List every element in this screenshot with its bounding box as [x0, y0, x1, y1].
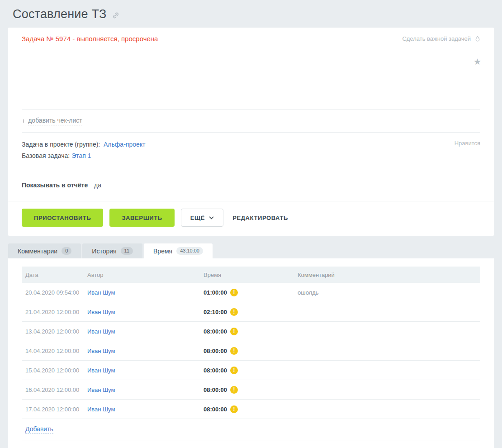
like-button[interactable]: Нравится	[455, 140, 480, 147]
base-task-line: Базовая задача: Этап 1	[22, 150, 480, 162]
warning-icon: !	[230, 367, 238, 374]
table-row: 14.04.2020 12:00:00 Иван Шум 08:00:00 !	[22, 341, 480, 361]
chevron-down-icon	[209, 216, 214, 219]
time-entry-date: 16.04.2020 12:00:00	[22, 386, 87, 393]
time-table-card: Дата Автор Время Комментарий 20.04.2020 …	[8, 258, 494, 448]
make-important-label: Сделать важной задачей	[402, 35, 471, 42]
tab-comments[interactable]: Комментарии 0	[8, 243, 81, 258]
page-title: Составление ТЗ	[13, 7, 106, 21]
time-entry-duration: 08:00:00	[204, 386, 227, 393]
plus-sign: +	[22, 117, 25, 124]
checklist-row: + добавить чек-лист	[8, 110, 494, 132]
column-header-comment: Комментарий	[298, 272, 480, 278]
make-important-button[interactable]: Сделать важной задачей	[402, 35, 481, 43]
task-card: Задача № 5974 - выполняется, просрочена …	[8, 28, 494, 236]
time-entry-author-link[interactable]: Иван Шум	[87, 309, 115, 315]
column-header-author: Автор	[87, 272, 204, 278]
time-entry-duration: 08:00:00	[204, 348, 227, 354]
table-row: 21.04.2020 12:00:00 Иван Шум 02:10:00 !	[22, 302, 480, 322]
time-entry-date: 15.04.2020 12:00:00	[22, 367, 87, 374]
warning-icon: !	[230, 328, 238, 335]
tabs-bar: Комментарии 0 История 11 Время 43:10:00	[8, 243, 494, 258]
tab-time-label: Время	[153, 248, 172, 255]
warning-icon: !	[230, 347, 238, 355]
finish-button[interactable]: ЗАВЕРШИТЬ	[109, 209, 174, 227]
task-status: Задача № 5974 - выполняется, просрочена	[22, 35, 158, 43]
add-time-entry-link[interactable]: Добавить	[25, 425, 53, 434]
tab-history-badge: 11	[121, 247, 133, 255]
time-entry-duration: 08:00:00	[204, 367, 227, 374]
warning-icon: !	[230, 308, 238, 316]
add-time-row: Добавить	[22, 419, 480, 440]
actions-toolbar: ПРИОСТАНОВИТЬ ЗАВЕРШИТЬ ЕЩЁ РЕДАКТИРОВАТ…	[8, 201, 494, 236]
time-entry-date: 14.04.2020 12:00:00	[22, 348, 87, 354]
tab-time[interactable]: Время 43:10:00	[144, 243, 213, 258]
project-label: Задача в проекте (группе):	[22, 141, 100, 148]
time-entry-author-link[interactable]: Иван Шум	[87, 406, 115, 413]
time-entry-author-link[interactable]: Иван Шум	[87, 289, 115, 296]
warning-icon: !	[230, 405, 238, 413]
time-entry-author-link[interactable]: Иван Шум	[87, 386, 115, 393]
tab-comments-badge: 0	[62, 247, 71, 255]
time-entry-duration: 08:00:00	[204, 328, 227, 335]
edit-button[interactable]: РЕДАКТИРОВАТЬ	[230, 214, 291, 221]
base-task-link[interactable]: Этап 1	[71, 152, 91, 159]
tab-history-label: История	[92, 248, 116, 255]
project-line: Задача в проекте (группе): Альфа-проект	[22, 139, 480, 150]
time-entry-date: 17.04.2020 12:00:00	[22, 406, 87, 413]
page-title-row: Составление ТЗ	[8, 0, 494, 28]
table-row: 20.04.2020 09:54:00 Иван Шум 01:00:00 ! …	[22, 283, 480, 302]
project-link[interactable]: Альфа-проект	[104, 141, 145, 148]
time-entry-date: 20.04.2020 09:54:00	[22, 289, 87, 296]
report-value: да	[94, 181, 101, 189]
time-entry-duration: 08:00:00	[204, 406, 227, 413]
table-row: 13.04.2020 12:00:00 Иван Шум 08:00:00 !	[22, 322, 480, 341]
column-header-time: Время	[204, 272, 298, 278]
tab-comments-label: Комментарии	[18, 248, 57, 255]
tab-time-badge: 43:10:00	[176, 247, 203, 255]
time-entry-author-link[interactable]: Иван Шум	[87, 367, 115, 374]
base-task-label: Базовая задача:	[22, 152, 70, 159]
tab-history[interactable]: История 11	[82, 243, 142, 258]
time-entry-date: 13.04.2020 12:00:00	[22, 328, 87, 335]
time-entry-author-link[interactable]: Иван Шум	[87, 348, 115, 354]
time-table-header: Дата Автор Время Комментарий	[22, 267, 480, 283]
favorite-star-icon[interactable]: ★	[474, 57, 481, 67]
task-status-row: Задача № 5974 - выполняется, просрочена …	[8, 28, 494, 50]
table-row: 16.04.2020 12:00:00 Иван Шум 08:00:00 !	[22, 380, 480, 400]
time-table-body: 20.04.2020 09:54:00 Иван Шум 01:00:00 ! …	[22, 283, 480, 419]
table-row: 17.04.2020 12:00:00 Иван Шум 08:00:00 !	[22, 400, 480, 419]
report-label: Показывать в отчёте	[22, 181, 88, 189]
pause-button[interactable]: ПРИОСТАНОВИТЬ	[22, 209, 103, 227]
table-row: 15.04.2020 12:00:00 Иван Шум 08:00:00 !	[22, 361, 480, 380]
warning-icon: !	[230, 386, 238, 394]
time-entry-date: 21.04.2020 12:00:00	[22, 309, 87, 315]
time-entry-author-link[interactable]: Иван Шум	[87, 328, 115, 335]
flame-icon	[474, 35, 481, 43]
time-entry-duration: 01:00:00	[204, 289, 227, 296]
more-button-label: ЕЩЁ	[190, 214, 205, 221]
more-button[interactable]: ЕЩЁ	[181, 209, 223, 227]
time-entry-duration: 02:10:00	[204, 309, 227, 315]
report-row: Показывать в отчёте да	[8, 169, 494, 201]
warning-icon: !	[230, 289, 238, 296]
project-info: Задача в проекте (группе): Альфа-проект …	[8, 133, 494, 169]
column-header-date: Дата	[22, 272, 87, 278]
task-description-area: ★	[8, 50, 494, 109]
permalink-icon[interactable]	[112, 11, 120, 19]
task-page: Составление ТЗ Задача № 5974 - выполняет…	[0, 0, 502, 448]
add-checklist-link[interactable]: добавить чек-лист	[28, 117, 82, 125]
time-entry-comment: ошолдь	[298, 289, 480, 296]
